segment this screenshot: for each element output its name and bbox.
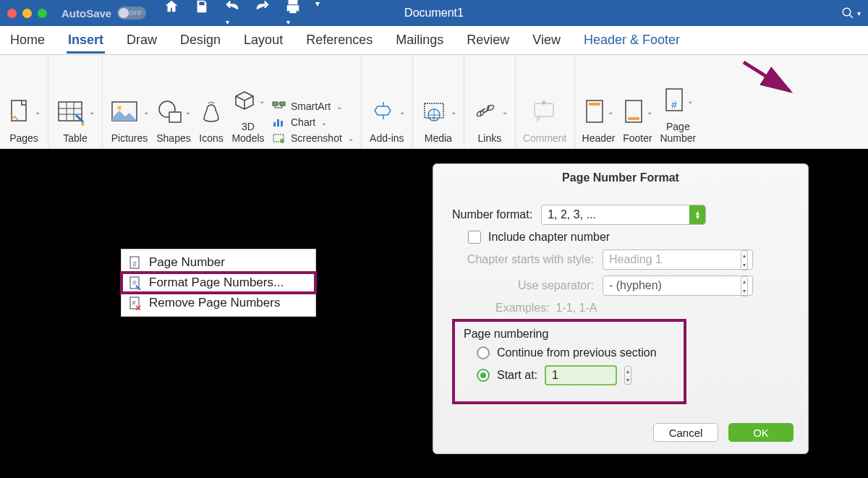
svg-rect-12 — [273, 102, 278, 106]
tab-home[interactable]: Home — [9, 33, 46, 48]
tab-header-footer[interactable]: Header & Footer — [582, 33, 681, 48]
svg-point-0 — [843, 8, 851, 16]
svg-point-18 — [280, 139, 284, 143]
tab-review[interactable]: Review — [465, 33, 511, 48]
separator-label: Use separator: — [449, 279, 594, 292]
table-button[interactable]: ⌄ Table — [56, 94, 95, 144]
chapter-starts-select: Heading 1 ▴▾ — [603, 249, 753, 270]
page-number-dropdown-menu: # Page Number # Format Page Numbers... #… — [121, 249, 316, 317]
window-controls — [7, 9, 47, 18]
tab-draw[interactable]: Draw — [125, 33, 158, 48]
continue-radio-row[interactable]: Continue from previous section — [477, 346, 675, 359]
tab-mailings[interactable]: Mailings — [394, 33, 445, 48]
comment-icon — [530, 99, 559, 125]
svg-rect-15 — [277, 119, 279, 127]
dropdown-arrow-icon: ▴▾ — [689, 205, 705, 224]
svg-point-9 — [117, 106, 122, 110]
examples-label: Examples: — [495, 302, 550, 314]
ok-button[interactable]: OK — [728, 423, 793, 442]
include-chapter-checkbox-row[interactable]: Include chapter number — [468, 231, 792, 244]
start-at-stepper-arrows[interactable]: ▴▾ — [624, 366, 631, 385]
maximize-window-button[interactable] — [38, 9, 47, 18]
chart-button[interactable]: Chart⌄ — [272, 116, 354, 128]
footer-button[interactable]: ⌄ Footer — [622, 94, 652, 144]
ribbon: ⌄ Pages ⌄ Table ⌄ Pictures ⌄ Shapes Icon… — [0, 55, 868, 149]
addins-icon — [369, 99, 398, 125]
save-icon[interactable] — [194, 0, 210, 27]
svg-point-22 — [486, 104, 495, 111]
autosave-toggle[interactable]: AutoSave OFF — [61, 7, 146, 20]
undo-icon[interactable]: ▾ — [224, 0, 240, 27]
shapes-button[interactable]: ⌄ Shapes — [156, 94, 191, 144]
cancel-button[interactable]: Cancel — [653, 423, 718, 442]
search-button[interactable]: ▾ — [841, 7, 861, 20]
pictures-button[interactable]: ⌄ Pictures — [110, 94, 149, 144]
header-icon — [583, 98, 606, 127]
page-number-icon: # — [129, 255, 142, 270]
format-page-numbers-icon: # — [129, 276, 142, 290]
table-icon — [56, 98, 88, 127]
menu-item-remove-page-numbers[interactable]: # Remove Page Numbers — [122, 293, 315, 313]
footer-icon — [622, 98, 645, 127]
tab-references[interactable]: References — [305, 33, 374, 48]
start-at-input[interactable]: 1 — [545, 365, 617, 385]
svg-text:#: # — [132, 299, 135, 307]
tab-insert[interactable]: Insert — [67, 33, 105, 54]
stepper-arrows-icon: ▴▾ — [741, 276, 748, 296]
links-button[interactable]: ⌄ Links — [472, 94, 508, 144]
shapes-icon — [156, 99, 184, 125]
toggle-switch[interactable]: OFF — [117, 7, 146, 20]
svg-rect-27 — [589, 103, 600, 106]
svg-rect-11 — [169, 112, 181, 122]
svg-line-32 — [744, 62, 790, 91]
tab-layout[interactable]: Layout — [242, 33, 284, 48]
print-icon[interactable]: ▾ — [285, 0, 301, 27]
page-number-format-dialog: Page Number Format Number format: 1, 2, … — [433, 163, 809, 454]
svg-rect-13 — [280, 102, 285, 106]
svg-text:#: # — [132, 260, 137, 268]
svg-rect-14 — [273, 122, 276, 127]
page-numbering-label: Page numbering — [464, 328, 675, 341]
customize-qat-icon[interactable]: ▾ — [315, 0, 320, 27]
svg-rect-29 — [628, 117, 639, 120]
svg-line-1 — [849, 14, 853, 18]
screenshot-button[interactable]: Screenshot⌄ — [272, 132, 354, 144]
menu-item-page-number[interactable]: # Page Number — [122, 252, 315, 273]
include-chapter-checkbox[interactable] — [468, 231, 481, 244]
autosave-state: OFF — [129, 9, 142, 17]
start-at-radio[interactable] — [477, 369, 490, 382]
redo-icon[interactable] — [255, 0, 271, 27]
3d-models-button[interactable]: ⌄ 3D Models — [231, 82, 265, 144]
stepper-arrows-icon: ▴▾ — [741, 250, 748, 270]
media-button[interactable]: ⌄ Media — [420, 94, 456, 144]
minimize-window-button[interactable] — [22, 9, 32, 18]
close-window-button[interactable] — [7, 9, 17, 18]
3d-models-icon — [231, 88, 258, 114]
smartart-icon — [272, 101, 286, 112]
continue-radio[interactable] — [477, 346, 490, 359]
svg-text:#: # — [132, 279, 136, 286]
pages-icon — [7, 98, 33, 127]
pictures-icon — [110, 99, 142, 125]
page-numbering-section: Page numbering Continue from previous se… — [452, 319, 686, 404]
pages-button[interactable]: ⌄ Pages — [7, 94, 41, 144]
chapter-starts-label: Chapter starts with style: — [449, 253, 594, 266]
home-icon[interactable] — [163, 0, 179, 27]
smartart-button[interactable]: SmartArt⌄ — [272, 101, 354, 112]
title-bar: AutoSave OFF ▾ ▾ ▾ Document1 ▾ — [0, 0, 868, 26]
page-number-button[interactable]: #⌄ Page Number — [660, 82, 696, 144]
autosave-label: AutoSave — [61, 7, 111, 20]
page-number-icon: # — [663, 86, 686, 115]
tab-design[interactable]: Design — [179, 33, 222, 48]
icons-button[interactable]: Icons — [198, 94, 224, 144]
header-button[interactable]: ⌄ Header — [582, 94, 616, 144]
screenshot-icon — [272, 132, 286, 144]
remove-page-numbers-icon: # — [129, 296, 142, 310]
media-icon — [420, 99, 449, 125]
tab-view[interactable]: View — [531, 33, 562, 48]
number-format-select[interactable]: 1, 2, 3, ... ▴▾ — [541, 205, 706, 225]
addins-button[interactable]: ⌄ Add-ins — [369, 94, 405, 144]
quick-access-toolbar: ▾ ▾ ▾ — [163, 0, 320, 27]
start-at-radio-row[interactable]: Start at: 1 ▴▾ — [477, 365, 675, 385]
menu-item-format-page-numbers[interactable]: # Format Page Numbers... — [122, 273, 315, 293]
